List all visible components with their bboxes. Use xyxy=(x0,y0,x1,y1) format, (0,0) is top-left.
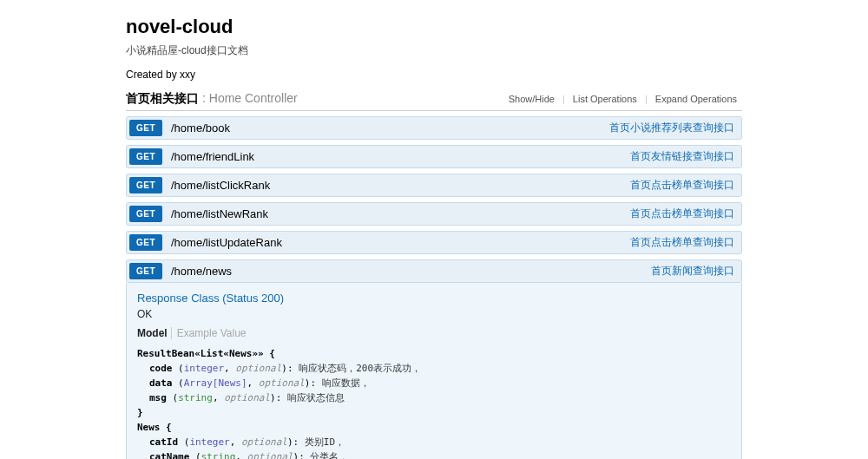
operations-list: GET/home/book首页小说推荐列表查询接口GET/home/friend… xyxy=(126,116,742,459)
separator: | xyxy=(645,94,648,104)
action-show-hide[interactable]: Show/Hide xyxy=(503,94,560,104)
tab-model[interactable]: Model xyxy=(137,327,171,339)
model-close-brace: } xyxy=(137,405,731,420)
endpoint-description: 首页点击榜单查询接口 xyxy=(630,207,734,221)
endpoint-path: /home/listClickRank xyxy=(171,179,270,192)
section-header: 首页相关接口 : Home Controller Show/Hide | Lis… xyxy=(126,91,742,111)
endpoint-path: /home/news xyxy=(171,265,232,278)
created-by: Created by xxy xyxy=(126,69,742,81)
response-class-label: Response Class (Status 200) xyxy=(137,292,731,305)
operation-row[interactable]: GET/home/listUpdateRank首页点击榜单查询接口 xyxy=(126,231,742,254)
model-field: msg (string, optional): 响应状态信息 xyxy=(137,390,731,405)
model-schema: ResultBean«List«News»» {code (integer, o… xyxy=(137,346,731,459)
model-field: data (Array[News], optional): 响应数据， xyxy=(137,376,731,390)
model-field: catName (string, optional): 分类名， xyxy=(137,449,731,459)
endpoint-path: /home/listUpdateRank xyxy=(171,236,282,249)
separator: | xyxy=(562,94,565,104)
model-field: catId (integer, optional): 类别ID， xyxy=(137,435,731,449)
operation-detail-panel: Response Class (Status 200)OKModelExampl… xyxy=(126,283,742,459)
http-method-badge: GET xyxy=(129,148,162,165)
http-method-badge: GET xyxy=(129,120,162,136)
model-root-name: ResultBean«List«News»» { xyxy=(137,346,731,361)
http-method-badge: GET xyxy=(129,206,162,222)
action-expand-ops[interactable]: Expand Operations xyxy=(650,94,742,104)
tab-example-value[interactable]: Example Value xyxy=(171,327,250,339)
response-ok: OK xyxy=(137,308,731,320)
endpoint-description: 首页点击榜单查询接口 xyxy=(630,178,734,193)
operation-row[interactable]: GET/home/book首页小说推荐列表查询接口 xyxy=(126,116,742,140)
model-field: code (integer, optional): 响应状态码，200表示成功， xyxy=(137,361,731,376)
endpoint-path: /home/friendLink xyxy=(171,150,254,163)
page-title: novel-cloud xyxy=(126,16,742,38)
section-desc: : Home Controller xyxy=(202,91,298,105)
response-tabs: ModelExample Value xyxy=(137,327,731,339)
model-child-name: News { xyxy=(137,420,731,435)
endpoint-description: 首页友情链接查询接口 xyxy=(630,149,734,164)
http-method-badge: GET xyxy=(129,263,162,279)
operation-row[interactable]: GET/home/news首页新闻查询接口 xyxy=(126,259,742,283)
endpoint-path: /home/listNewRank xyxy=(171,207,268,220)
operation-row[interactable]: GET/home/listNewRank首页点击榜单查询接口 xyxy=(126,202,742,226)
http-method-badge: GET xyxy=(129,234,162,251)
endpoint-description: 首页新闻查询接口 xyxy=(651,264,734,279)
endpoint-description: 首页点击榜单查询接口 xyxy=(630,235,734,250)
section-actions: Show/Hide | List Operations | Expand Ope… xyxy=(503,94,742,104)
page-subtitle: 小说精品屋-cloud接口文档 xyxy=(126,43,742,58)
operation-row[interactable]: GET/home/friendLink首页友情链接查询接口 xyxy=(126,145,742,168)
section-name[interactable]: 首页相关接口 xyxy=(126,91,199,107)
endpoint-description: 首页小说推荐列表查询接口 xyxy=(609,121,734,135)
operation-row[interactable]: GET/home/listClickRank首页点击榜单查询接口 xyxy=(126,174,742,197)
http-method-badge: GET xyxy=(129,177,162,193)
endpoint-path: /home/book xyxy=(171,121,230,134)
action-list-ops[interactable]: List Operations xyxy=(568,94,642,104)
